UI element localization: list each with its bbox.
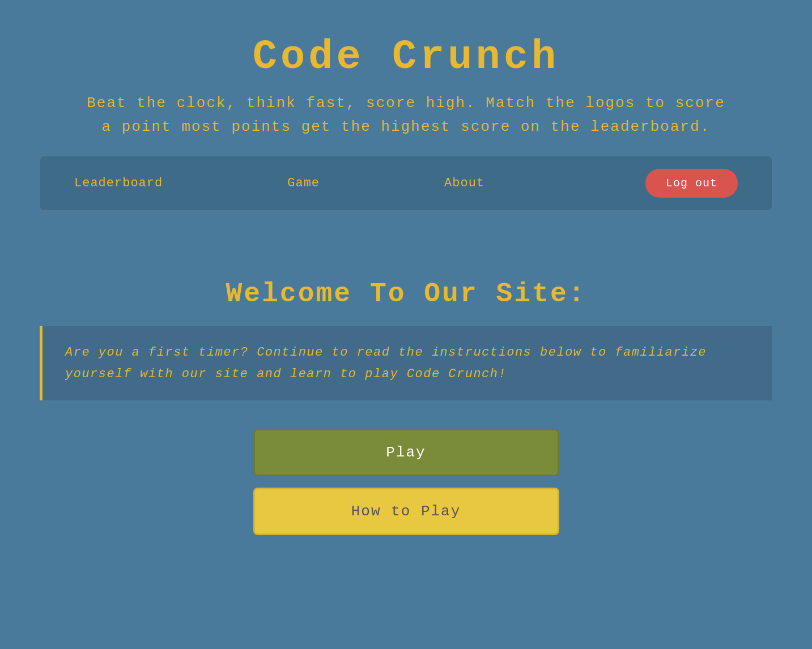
how-to-play-button[interactable]: How to Play <box>253 488 559 535</box>
nav-leaderboard[interactable]: Leaderboard <box>74 176 163 190</box>
navbar: Leaderboard Game About Log out <box>40 156 772 211</box>
welcome-text: Are you a first timer? Continue to read … <box>65 342 750 385</box>
header-section: Code Crunch Beat the clock, think fast, … <box>40 34 772 139</box>
site-subtitle: Beat the clock, think fast, score high. … <box>40 92 772 139</box>
welcome-title: Welcome To Our Site: <box>40 279 772 309</box>
nav-about[interactable]: About <box>444 176 484 190</box>
nav-links: Leaderboard Game About <box>74 176 645 190</box>
play-button[interactable]: Play <box>253 429 559 476</box>
site-title: Code Crunch <box>40 34 772 80</box>
main-content: Welcome To Our Site: Are you a first tim… <box>40 279 772 535</box>
page-wrapper: Code Crunch Beat the clock, think fast, … <box>0 0 812 569</box>
nav-game[interactable]: Game <box>287 176 320 190</box>
buttons-section: Play How to Play <box>40 429 772 535</box>
welcome-blockquote: Are you a first timer? Continue to read … <box>40 326 772 400</box>
logout-button[interactable]: Log out <box>645 169 738 198</box>
